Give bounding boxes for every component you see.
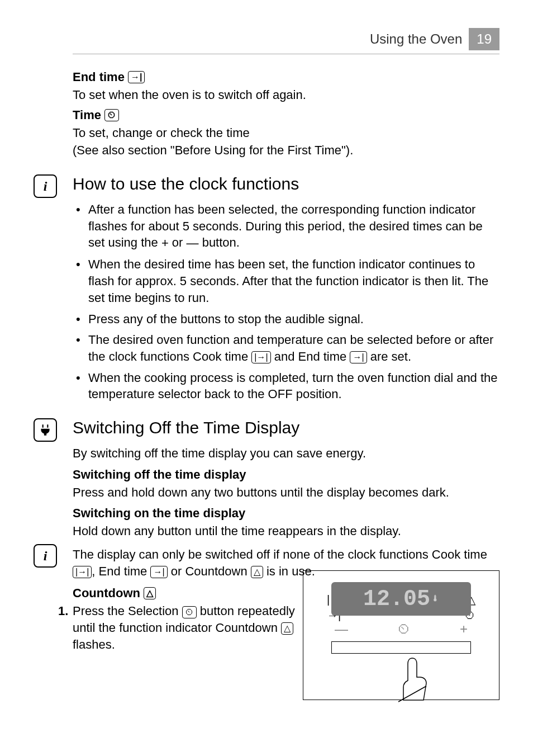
- diagram-time-value: 12.05: [363, 587, 430, 612]
- time-label: Time: [73, 108, 101, 122]
- switch-off-intro: By switching off the time display you ca…: [73, 445, 499, 462]
- clock-fn-bullet-1: After a function has been selected, the …: [73, 201, 499, 252]
- end-time-icon: →|: [350, 351, 367, 363]
- switching-on-text: Hold down any button until the time reap…: [73, 523, 499, 540]
- step-number: 1.: [58, 603, 68, 620]
- clock-panel-diagram: |→| →| △ ⏲ 12.05 🌡 — ⏲ +: [303, 570, 499, 700]
- diagram-lcd-display: 12.05 🌡: [331, 582, 471, 616]
- header-rule: [73, 54, 499, 54]
- diagram-select-button: ⏲: [397, 621, 411, 637]
- minus-icon: —: [187, 237, 199, 251]
- selection-button-icon: ⏲: [182, 606, 197, 618]
- header-section-title: Using the Oven: [370, 31, 462, 47]
- end-time-description: To set when the oven is to switch off ag…: [73, 87, 499, 103]
- clock-fn-bullet-3: Press any of the buttons to stop the aud…: [73, 311, 499, 328]
- countdown-label: Countdown: [73, 586, 140, 601]
- info-icon: i: [34, 174, 57, 198]
- diagram-temp-icon: 🌡: [431, 595, 439, 603]
- countdown-step-1: 1. Press the Selection ⏲ button repeated…: [73, 603, 313, 653]
- page-number-badge: 19: [469, 28, 499, 50]
- switching-off-text: Press and hold down any two buttons unti…: [73, 484, 499, 501]
- diagram-minus-button: —: [335, 621, 348, 637]
- plus-icon: +: [161, 237, 169, 251]
- switching-on-subheading: Switching on the time display: [73, 506, 499, 521]
- info-icon: i: [34, 544, 57, 568]
- clock-fn-bullet-2: When the desired time has been set, the …: [73, 256, 499, 306]
- clock-functions-heading: How to use the clock functions: [73, 174, 499, 193]
- clock-fn-bullet-4: The desired oven function and temperatur…: [73, 332, 499, 365]
- time-heading: Time ⏲: [73, 108, 499, 122]
- end-time-label: End time: [73, 70, 125, 84]
- cook-time-icon: |→|: [73, 566, 92, 578]
- clock-icon: ⏲: [104, 109, 119, 121]
- countdown-icon: △: [281, 622, 293, 635]
- clock-fn-bullet-5: When the cooking process is completed, t…: [73, 370, 499, 403]
- finger-press-icon: [396, 653, 440, 703]
- end-time-heading: End time →|: [73, 70, 499, 84]
- countdown-icon: △: [251, 566, 263, 578]
- switching-off-subheading: Switching off the time display: [73, 467, 499, 482]
- diagram-button-bar: [331, 641, 471, 654]
- countdown-heading: Countdown △: [73, 586, 313, 601]
- end-time-icon: →|: [128, 71, 145, 83]
- switch-off-heading: Switching Off the Time Display: [73, 418, 499, 437]
- diagram-plus-button: +: [460, 621, 468, 637]
- energy-icon: [34, 418, 57, 442]
- clock-functions-list: After a function has been selected, the …: [73, 201, 499, 403]
- cook-time-icon: |→|: [251, 351, 270, 363]
- end-time-icon: →|: [150, 566, 167, 578]
- time-description-1: To set, change or check the time: [73, 125, 499, 141]
- time-description-2: (See also section "Before Using for the …: [73, 142, 499, 159]
- countdown-icon: △: [144, 587, 156, 599]
